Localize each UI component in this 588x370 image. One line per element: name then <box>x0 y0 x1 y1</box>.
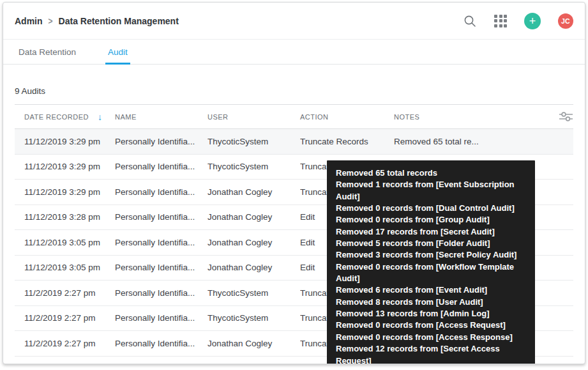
column-header-label: USER <box>207 113 229 121</box>
cell-date: 11/12/2019 3:29 pm <box>24 187 115 197</box>
search-icon[interactable] <box>463 14 477 28</box>
page-title: Data Retention Management <box>59 16 179 26</box>
table-row[interactable]: 11/12/2019 3:29 pm Personally Identifia.… <box>15 129 573 155</box>
add-button[interactable]: + <box>524 13 541 29</box>
tooltip-line: Removed 3 records from [Secret Policy Au… <box>336 249 526 261</box>
tooltip-line: Removed 17 records from [Secret Audit] <box>336 226 526 238</box>
top-actions: + JC <box>463 13 573 29</box>
column-header-label: DATE RECORDED <box>24 113 89 121</box>
table-header-row: DATE RECORDED ↓ NAME USER ACTION NOTES <box>15 104 573 129</box>
notes-tooltip: Removed 65 total records Removed 1 recor… <box>327 160 535 364</box>
cell-date: 11/2/2019 2:27 pm <box>24 339 115 348</box>
cell-user: ThycoticSystem <box>207 137 300 146</box>
cell-date: 11/12/2019 3:05 pm <box>24 263 115 272</box>
cell-name: Personally Identifia... <box>115 313 207 323</box>
cell-user: ThycoticSystem <box>207 288 300 298</box>
tooltip-line: Removed 0 records from [Access Request] <box>336 320 526 331</box>
tooltip-line: Removed 0 records from [Dual Control Aud… <box>336 203 526 214</box>
tab-data-retention[interactable]: Data Retention <box>16 40 79 64</box>
cell-user: Jonathan Cogley <box>207 263 300 272</box>
tooltip-line: Removed 0 records from [Group Audit] <box>336 214 526 226</box>
top-bar: Admin > Data Retention Management + JC <box>3 3 585 40</box>
cell-user: ThycoticSystem <box>207 162 300 171</box>
plus-icon: + <box>529 13 536 29</box>
cell-name: Personally Identifia... <box>115 238 207 247</box>
tooltip-line: Removed 1 records from [Event Subscripti… <box>336 179 526 203</box>
grid-glyph <box>494 15 507 27</box>
cell-name: Personally Identifia... <box>115 187 207 197</box>
column-header-user[interactable]: USER <box>207 113 300 121</box>
sort-descending-icon: ↓ <box>98 112 103 122</box>
column-header-label: NOTES <box>394 113 419 121</box>
cell-date: 11/12/2019 3:28 pm <box>24 212 115 222</box>
cell-name: Personally Identifia... <box>115 162 207 171</box>
cell-user: Jonathan Cogley <box>207 339 300 348</box>
column-header-label: NAME <box>115 113 137 121</box>
tooltip-line: Removed 0 records from [Workflow Templat… <box>336 261 526 285</box>
cell-name: Personally Identifia... <box>115 137 207 146</box>
cell-user: ThycoticSystem <box>207 313 300 323</box>
user-avatar[interactable]: JC <box>558 13 573 29</box>
breadcrumb: Admin > Data Retention Management <box>15 16 179 26</box>
column-header-label: ACTION <box>300 113 329 121</box>
cell-name: Personally Identifia... <box>115 288 207 298</box>
breadcrumb-admin[interactable]: Admin <box>15 16 43 26</box>
cell-action: Truncate Records <box>300 137 394 146</box>
app-grid-icon[interactable] <box>494 15 507 27</box>
tooltip-line: Removed 13 records from [Admin Log] <box>336 308 526 320</box>
tooltip-line: Removed 8 records from [User Audit] <box>336 297 526 308</box>
cell-user: Jonathan Cogley <box>207 212 300 222</box>
breadcrumb-chevron-icon: > <box>49 15 53 26</box>
tab-label: Data Retention <box>19 47 76 57</box>
tooltip-line: Removed 65 total records <box>336 167 526 179</box>
cell-date: 11/12/2019 3:29 pm <box>24 137 115 146</box>
cell-user: Jonathan Cogley <box>207 187 300 197</box>
column-header-notes[interactable]: NOTES <box>394 113 547 121</box>
tab-bar: Data Retention Audit <box>3 40 585 65</box>
audit-count: 9 Audits <box>15 86 573 96</box>
avatar-initials: JC <box>561 17 570 25</box>
column-header-action[interactable]: ACTION <box>300 113 394 121</box>
tab-label: Audit <box>108 47 128 57</box>
column-header-date-recorded[interactable]: DATE RECORDED ↓ <box>24 112 115 122</box>
app-window: Admin > Data Retention Management + JC <box>3 2 585 364</box>
tooltip-line: Removed 5 records from [Folder Audit] <box>336 238 526 249</box>
tooltip-line: Removed 6 records from [Event Audit] <box>336 284 526 296</box>
cell-date: 11/2/2019 2:27 pm <box>24 313 115 323</box>
cell-name: Personally Identifia... <box>115 212 207 222</box>
cell-user: Jonathan Cogley <box>207 238 300 247</box>
cell-date: 11/12/2019 3:29 pm <box>24 162 115 171</box>
tab-audit[interactable]: Audit <box>105 40 130 64</box>
cell-date: 11/2/2019 2:27 pm <box>24 288 115 298</box>
tooltip-line: Removed 12 records from [Secret Access R… <box>336 343 526 364</box>
cell-notes: Removed 65 total re... <box>394 137 573 146</box>
cell-date: 11/12/2019 3:05 pm <box>24 238 115 247</box>
column-header-name[interactable]: NAME <box>115 113 207 121</box>
cell-name: Personally Identifia... <box>115 263 207 272</box>
cell-name: Personally Identifia... <box>115 339 207 348</box>
column-filter-sliders-icon[interactable] <box>547 111 573 122</box>
tooltip-line: Removed 0 records from [Access Response] <box>336 332 526 343</box>
